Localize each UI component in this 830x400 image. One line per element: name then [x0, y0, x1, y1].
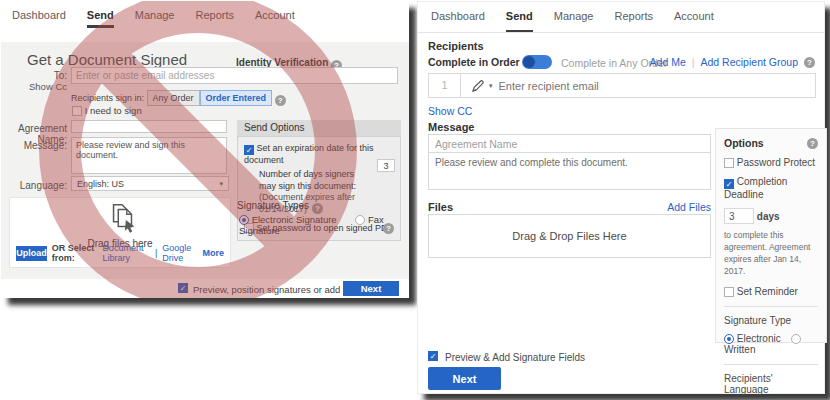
recipients-language-label: Recipients' Language — [724, 373, 818, 395]
recipient-row: 1 ▾ — [428, 73, 816, 98]
help-icon[interactable]: ? — [807, 138, 818, 149]
caret-down-icon: ▾ — [489, 82, 493, 90]
agreement-name-input[interactable] — [428, 134, 711, 153]
days-text: Number of days signers may sign this doc… — [259, 169, 356, 191]
old-send-page: Dashboard Send Manage Reports Account Ge… — [1, 1, 409, 298]
password-protect-checkbox[interactable] — [724, 158, 734, 168]
i-need-to-sign-row: I need to sign — [72, 105, 142, 116]
more-link[interactable]: More — [202, 248, 224, 258]
tab-dashboard[interactable]: Dashboard — [12, 1, 66, 28]
add-files-link[interactable]: Add Files — [667, 201, 711, 213]
any-order-button[interactable]: Any Order — [147, 90, 200, 106]
to-label: To: — [1, 70, 67, 81]
show-cc-link[interactable]: Show CC — [428, 105, 472, 117]
recipient-role-select[interactable]: ▾ — [461, 79, 499, 93]
signature-types-label: Signature Types ? — [237, 200, 323, 214]
signature-type-radios: Electronic Written — [724, 333, 818, 355]
help-icon[interactable]: ? — [804, 57, 815, 68]
deadline-days-input[interactable] — [724, 208, 754, 224]
drop-zone-text: Drag & Drop Files Here — [512, 230, 626, 242]
agreement-name-input[interactable] — [71, 120, 227, 133]
help-icon[interactable]: ? — [312, 203, 323, 214]
completion-deadline-checkbox[interactable]: ✓ — [724, 179, 734, 189]
order-toggle[interactable] — [522, 55, 552, 69]
expiration-checkbox[interactable]: ✓ — [244, 145, 254, 155]
left-form-area: Get a Document Signed Identity Verificat… — [1, 42, 409, 279]
new-send-page: Dashboard Send Manage Reports Account Re… — [417, 1, 825, 394]
help-icon[interactable]: ? — [275, 95, 286, 106]
language-select[interactable]: English: US ▾ — [71, 176, 229, 191]
right-tab-bar: Dashboard Send Manage Reports Account — [418, 2, 824, 33]
password-protect-label: Password Protect — [737, 157, 815, 168]
tab-send[interactable]: Send — [506, 2, 533, 32]
sign-in-label: Recipients sign in: — [71, 93, 144, 103]
days-label: days — [757, 211, 780, 222]
tab-reports[interactable]: Reports — [615, 2, 654, 32]
add-recipient-group-link[interactable]: Add Recipient Group — [701, 56, 798, 68]
expiration-days-input[interactable] — [377, 159, 395, 172]
language-label: Language: — [1, 180, 67, 191]
i-need-to-sign-checkbox[interactable] — [72, 106, 82, 116]
written-label: Written — [724, 344, 756, 355]
left-tab-bar: Dashboard Send Manage Reports Account — [1, 1, 409, 28]
tab-manage[interactable]: Manage — [135, 1, 175, 28]
pen-icon — [471, 79, 485, 93]
or-select-label: OR Select from: — [52, 243, 98, 263]
preview-checkbox[interactable]: ✓ — [428, 351, 438, 361]
tab-manage[interactable]: Manage — [554, 2, 594, 32]
divider — [724, 306, 818, 307]
recipients-email-input[interactable] — [71, 67, 398, 84]
tab-dashboard[interactable]: Dashboard — [431, 2, 485, 32]
separator: | — [155, 248, 157, 258]
add-me-link[interactable]: Add Me — [650, 56, 686, 68]
preview-checkbox[interactable]: ✓ — [178, 283, 188, 293]
upload-button[interactable]: Upload — [16, 246, 47, 261]
fax-signature-radio[interactable] — [355, 215, 365, 225]
tab-send[interactable]: Send — [87, 1, 114, 28]
document-library-link[interactable]: Document Library — [102, 243, 150, 263]
google-drive-link[interactable]: Google Drive — [162, 243, 197, 263]
drag-files-icon — [106, 202, 140, 236]
complete-in-order-label: Complete in Order — [428, 56, 520, 68]
written-radio[interactable] — [791, 334, 801, 344]
set-reminder-label: Set Reminder — [737, 286, 798, 297]
order-entered-button[interactable]: Order Entered — [200, 90, 273, 106]
recipient-links: Add Me | Add Recipient Group ? — [650, 56, 815, 68]
i-need-to-sign-label: I need to sign — [85, 105, 142, 116]
next-button[interactable]: Next — [343, 281, 399, 296]
next-button[interactable]: Next — [428, 367, 501, 390]
set-reminder-checkbox[interactable] — [724, 287, 734, 297]
file-drop-zone[interactable]: Drag & Drop Files Here — [428, 214, 711, 258]
files-header-row: Files Add Files — [428, 201, 711, 213]
files-title: Files — [428, 201, 453, 213]
caret-down-icon: ▾ — [219, 180, 223, 188]
file-drop-area[interactable]: Drag files here Upload OR Select from: D… — [9, 197, 231, 268]
completion-deadline-row: ✓ Completion Deadline — [724, 176, 818, 200]
send-options-header: Send Options — [237, 120, 401, 136]
divider — [724, 364, 818, 365]
electronic-signature-label: Electronic Signature — [252, 214, 337, 225]
signature-types-text: Signature Types — [237, 200, 309, 211]
tab-account[interactable]: Account — [674, 2, 714, 32]
recipient-email-input[interactable] — [499, 80, 815, 92]
message-title: Message — [428, 121, 474, 133]
left-footer: ✓ Preview, position signatures or add fo… — [1, 279, 409, 298]
show-cc-link[interactable]: Show Cc — [1, 81, 67, 92]
message-textarea[interactable]: Please review and complete this document… — [428, 152, 711, 190]
signature-type-label: Signature Type — [724, 315, 818, 326]
electronic-radio[interactable] — [724, 334, 734, 344]
toggle-knob-icon — [523, 56, 535, 68]
set-reminder-row: Set Reminder — [724, 286, 818, 297]
deadline-note: to complete this agreement. Agreement ex… — [724, 230, 818, 278]
password-protect-row: Password Protect — [724, 157, 818, 168]
tab-reports[interactable]: Reports — [196, 1, 235, 28]
language-value: English: US — [77, 179, 124, 189]
message-textarea[interactable]: Please review and sign this document. — [71, 137, 227, 174]
expiration-row: ✓ Set an expiration date for this docume… — [244, 143, 394, 165]
electronic-signature-radio[interactable] — [239, 215, 249, 225]
electronic-label: Electronic — [737, 333, 781, 344]
signature-type-radios: Electronic Signature Fax Signature — [239, 214, 409, 236]
options-header: Options ? — [724, 137, 818, 149]
file-source-row: Upload OR Select from: Document Library … — [16, 243, 224, 263]
tab-account[interactable]: Account — [255, 1, 295, 28]
